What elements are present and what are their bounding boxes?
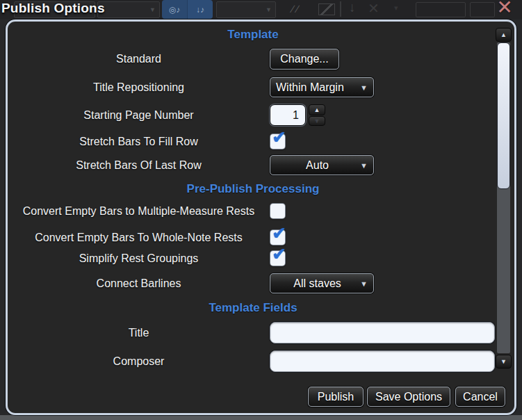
- toolbar-combo[interactable]: ▼: [97, 1, 160, 18]
- chevron-down-icon: ▼: [360, 280, 368, 288]
- stretch-last-dropdown[interactable]: Auto ▼: [270, 155, 374, 175]
- slash-notation-icon[interactable]: ∕ ∕: [292, 3, 298, 15]
- down-arrow-icon: ▼: [500, 358, 507, 365]
- down-arrow-icon: ▼: [314, 118, 320, 124]
- scroll-up-button[interactable]: ▲: [496, 28, 512, 42]
- save-options-button[interactable]: Save Options: [367, 387, 450, 407]
- standard-label: Standard: [8, 49, 270, 70]
- note-visibility-icon: ◎♪: [169, 5, 180, 15]
- publish-button[interactable]: Publish: [308, 387, 364, 407]
- publish-options-dialog: Template Standard Change... Title Reposi…: [6, 19, 516, 415]
- check-icon: ✔: [272, 127, 286, 147]
- starting-page-input[interactable]: [270, 104, 306, 126]
- dropdown-value: Auto: [276, 159, 359, 172]
- note-entry-button-group: ◎♪ ↓♪: [162, 0, 213, 19]
- note-down-icon: ↓♪: [196, 5, 204, 15]
- stepper-up-button[interactable]: ▲: [309, 104, 325, 115]
- multi-rest-checkbox[interactable]: ✔: [270, 204, 285, 218]
- toolbar-separator: [340, 1, 341, 17]
- toolbar-field[interactable]: [470, 2, 495, 17]
- delete-x-icon[interactable]: ✕: [368, 0, 380, 17]
- stepper-down-button[interactable]: ▼: [309, 116, 325, 126]
- stretch-last-label: Stretch Bars Of Last Row: [8, 155, 270, 175]
- up-arrow-icon: ▲: [500, 31, 507, 38]
- section-heading-fields: Template Fields: [8, 301, 498, 315]
- scroll-down-button[interactable]: ▼: [496, 355, 512, 369]
- connect-barlines-label: Connect Barlines: [8, 273, 270, 293]
- check-icon: ✔: [272, 223, 286, 243]
- chevron-down-icon[interactable]: ▾: [394, 3, 398, 13]
- title-repositioning-label: Title Repositioning: [8, 77, 270, 97]
- app-canvas-edge: [0, 415, 522, 420]
- toolbar-combo[interactable]: ▼: [216, 1, 276, 18]
- section-heading-prepublish: Pre-Publish Processing: [8, 182, 498, 196]
- dialog-title: Publish Options: [1, 1, 105, 16]
- dropdown-value: All staves: [276, 277, 359, 290]
- chevron-down-icon: ▼: [360, 161, 368, 170]
- dropdown-value: Within Margin: [276, 81, 359, 94]
- arrow-down-icon[interactable]: ↓: [349, 0, 356, 15]
- fretboard-icon[interactable]: [318, 3, 335, 15]
- simplify-checkbox[interactable]: ✔: [270, 251, 285, 266]
- scrollbar-thumb[interactable]: [497, 42, 510, 189]
- check-icon: ✔: [272, 244, 286, 264]
- note-down-button[interactable]: ↓♪: [187, 0, 213, 19]
- chevron-down-icon: ▼: [266, 6, 272, 13]
- title-repositioning-dropdown[interactable]: Within Margin ▼: [270, 77, 374, 97]
- page-number-stepper: ▲ ▼: [309, 104, 325, 127]
- note-visibility-button[interactable]: ◎♪: [162, 0, 187, 19]
- title-field-label: Title: [8, 322, 270, 344]
- composer-field-label: Composer: [8, 350, 270, 372]
- starting-page-label: Starting Page Number: [8, 104, 270, 126]
- dialog-scrollbar: ▲ ▼: [496, 28, 512, 370]
- stretch-fill-label: Stretch Bars To Fill Row: [8, 134, 270, 149]
- close-icon[interactable]: ✕: [492, 0, 517, 19]
- chevron-down-icon: ▼: [360, 83, 368, 92]
- title-field-input[interactable]: [270, 322, 495, 344]
- simplify-label: Simplify Rest Groupings: [8, 251, 270, 266]
- app-toolbar: ▼ ▼ ◎♪ ↓♪ ▼ ∕ ∕ ↓ ✕ ▾ Publish Options ✕: [0, 0, 522, 19]
- cancel-button[interactable]: Cancel: [455, 387, 505, 407]
- connect-barlines-dropdown[interactable]: All staves ▼: [270, 273, 374, 293]
- chevron-down-icon: ▼: [149, 6, 156, 13]
- whole-rest-checkbox[interactable]: ✔: [270, 230, 285, 245]
- toolbar-field[interactable]: [416, 2, 466, 17]
- multi-rest-label: Convert Empty Bars to Multiple-Measure R…: [8, 204, 270, 218]
- whole-rest-label: Convert Empty Bars To Whole-Note Rests: [8, 230, 270, 245]
- stretch-fill-checkbox[interactable]: ✔: [270, 134, 285, 149]
- composer-field-input[interactable]: [270, 350, 495, 372]
- change-button[interactable]: Change...: [270, 49, 339, 70]
- section-heading-template: Template: [8, 28, 498, 42]
- up-arrow-icon: ▲: [314, 106, 320, 113]
